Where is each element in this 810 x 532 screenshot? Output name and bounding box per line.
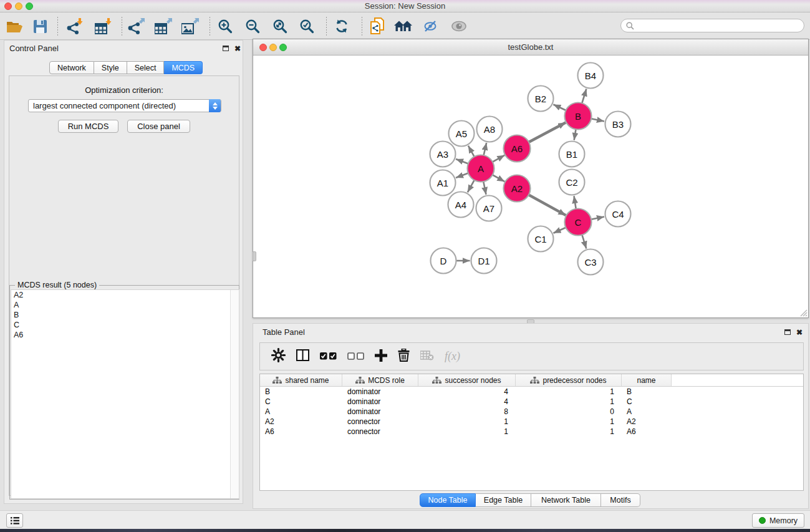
table-cell[interactable]: 0 (516, 407, 622, 417)
graph-node-C2[interactable]: C2 (559, 170, 585, 195)
import-table-icon[interactable] (93, 17, 114, 36)
table-cell[interactable]: B (622, 387, 672, 397)
table-cell[interactable]: 4 (418, 387, 516, 397)
close-table-panel-icon[interactable]: ✖ (796, 329, 803, 336)
float-table-panel-icon[interactable] (784, 329, 791, 335)
graph-node-C[interactable]: C (565, 209, 592, 236)
zoom-fit-icon[interactable] (269, 17, 291, 36)
delete-column-trash-icon[interactable] (398, 349, 410, 364)
close-window-button[interactable] (4, 2, 12, 10)
task-history-button[interactable] (6, 513, 23, 528)
table-cell[interactable]: A (622, 407, 672, 417)
import-network-icon[interactable] (64, 17, 85, 36)
memory-button[interactable]: Memory (752, 513, 804, 528)
table-row[interactable]: Bdominator41B (260, 387, 803, 397)
table-row[interactable]: A6connector11A6 (260, 427, 803, 437)
mcds-result-item[interactable]: A6 (11, 330, 239, 340)
table-cell[interactable]: 8 (418, 407, 516, 417)
tab-network-table[interactable]: Network Table (531, 493, 601, 507)
table-cell[interactable]: dominator (342, 397, 418, 407)
table-cell[interactable]: 1 (418, 427, 516, 437)
graph-node-A5[interactable]: A5 (449, 121, 475, 147)
search-field[interactable] (620, 19, 804, 32)
table-cell[interactable]: A6 (260, 427, 342, 437)
export-image-icon[interactable] (180, 17, 201, 36)
graph-node-D[interactable]: D (431, 248, 456, 274)
table-cell[interactable]: dominator (342, 387, 418, 397)
table-cell[interactable]: 1 (516, 397, 622, 407)
copy-network-view-icon[interactable] (367, 17, 388, 36)
graph-node-A1[interactable]: A1 (430, 170, 456, 196)
tab-network[interactable]: Network (49, 61, 94, 74)
save-session-icon[interactable] (29, 17, 51, 36)
mcds-result-item[interactable]: B (11, 310, 239, 320)
graph-node-A6[interactable]: A6 (504, 135, 531, 162)
mcds-result-item[interactable]: A (11, 300, 239, 310)
table-cell[interactable]: dominator (342, 407, 418, 417)
tab-motifs[interactable]: Motifs (601, 493, 640, 507)
refresh-icon[interactable] (331, 17, 352, 36)
select-all-columns-icon[interactable] (320, 351, 337, 362)
table-row[interactable]: Adominator80A (260, 407, 803, 417)
tab-edge-table[interactable]: Edge Table (476, 493, 531, 507)
graph-node-B1[interactable]: B1 (559, 142, 585, 167)
zoom-selected-icon[interactable] (296, 17, 317, 36)
graph-node-B2[interactable]: B2 (528, 86, 554, 112)
table-cell[interactable]: A2 (260, 417, 342, 427)
table-cell[interactable]: B (260, 387, 342, 397)
graph-node-D1[interactable]: D1 (471, 248, 497, 274)
table-cell[interactable]: 1 (516, 387, 622, 397)
graph-node-A3[interactable]: A3 (430, 142, 456, 167)
network-vertical-scroll-thumb[interactable] (253, 251, 256, 261)
table-cell[interactable]: 1 (418, 417, 516, 427)
run-mcds-button[interactable]: Run MCDS (58, 120, 118, 133)
graph-node-B[interactable]: B (565, 103, 592, 130)
optimization-dropdown[interactable]: largest connected component (directed) (28, 99, 221, 112)
graph-node-A8[interactable]: A8 (477, 117, 503, 142)
network-resize-grip[interactable] (800, 309, 808, 317)
maximize-window-button[interactable] (26, 2, 33, 10)
table-cell[interactable]: A2 (622, 417, 672, 427)
graph-node-C3[interactable]: C3 (578, 249, 604, 275)
tab-select[interactable]: Select (127, 61, 165, 74)
tab-node-table[interactable]: Node Table (420, 493, 476, 507)
zoom-out-icon[interactable] (242, 17, 263, 36)
tab-mcds[interactable]: MCDS (164, 61, 203, 74)
deselect-all-columns-icon[interactable] (347, 351, 364, 362)
mcds-list-scrollbar[interactable] (230, 290, 239, 498)
zoom-in-icon[interactable] (215, 17, 236, 36)
split-table-columns-icon[interactable] (296, 349, 309, 364)
mcds-result-item[interactable]: A2 (11, 290, 239, 300)
graph-node-C1[interactable]: C1 (528, 226, 554, 252)
mcds-result-list[interactable]: A2ABCA6 (11, 289, 239, 499)
close-panel-button[interactable]: Close panel (127, 120, 190, 133)
network-close-button[interactable] (259, 44, 267, 51)
table-cell[interactable]: 4 (418, 397, 516, 407)
open-session-icon[interactable] (4, 17, 25, 36)
float-panel-icon[interactable] (223, 46, 229, 51)
table-row[interactable]: A2connector11A2 (260, 417, 803, 427)
table-cell[interactable]: A (260, 407, 342, 417)
export-network-icon[interactable] (125, 17, 147, 36)
graph-node-B3[interactable]: B3 (605, 112, 631, 137)
create-column-plus-icon[interactable] (375, 349, 387, 364)
minimize-window-button[interactable] (15, 2, 22, 10)
mcds-result-item[interactable]: C (11, 320, 239, 330)
tab-style[interactable]: Style (94, 61, 127, 74)
graph-node-A7[interactable]: A7 (476, 196, 502, 221)
close-panel-icon[interactable]: ✖ (234, 46, 241, 52)
network-canvas[interactable]: B4B2BB3A8A5A6B1A3AA1C2A2A4A7C4CC1C3DD1 (253, 56, 808, 317)
eye-icon[interactable] (448, 17, 470, 36)
home-network-icon[interactable] (393, 17, 414, 36)
table-cell[interactable]: 1 (516, 417, 622, 427)
graph-node-A4[interactable]: A4 (448, 192, 474, 218)
export-table-icon[interactable] (153, 17, 174, 36)
column-header-predecessor-nodes[interactable]: predecessor nodes (516, 374, 622, 386)
graph-node-A2[interactable]: A2 (504, 175, 531, 202)
graph-node-C4[interactable]: C4 (605, 201, 631, 227)
search-input[interactable] (637, 20, 804, 31)
column-header-MCDS-role[interactable]: MCDS role (342, 374, 418, 386)
table-cell[interactable]: C (260, 397, 342, 407)
hide-graphics-details-icon[interactable] (420, 17, 441, 36)
table-row[interactable]: Cdominator41C (260, 397, 803, 407)
